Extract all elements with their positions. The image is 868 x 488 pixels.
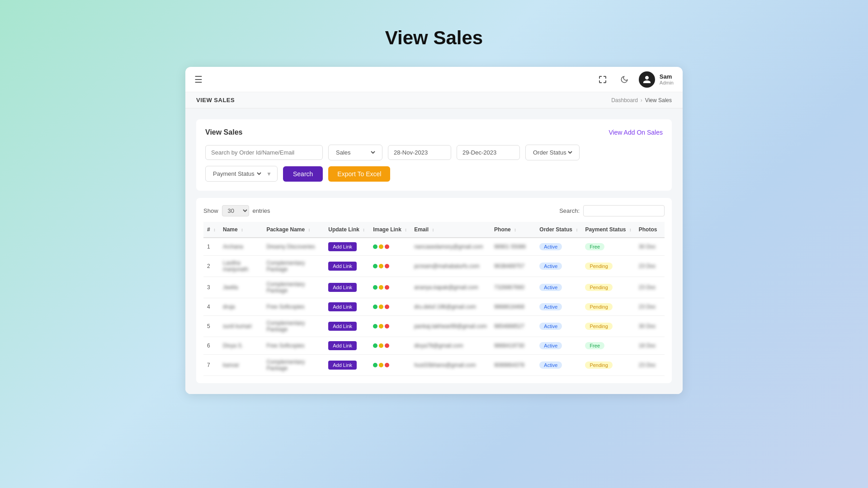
cell-update-link: Add Link (325, 238, 369, 256)
cell-num: 6 (203, 337, 219, 355)
sales-dropdown[interactable]: Sales All Online Offline (328, 145, 382, 160)
cell-image-link (369, 256, 410, 277)
hamburger-icon[interactable]: ☰ (194, 74, 203, 85)
order-status-badge: Active (539, 303, 562, 310)
cell-update-link: Add Link (325, 277, 369, 298)
add-link-button[interactable]: Add Link (328, 283, 357, 292)
cell-package: Free Softcopies (263, 337, 325, 355)
user-role: Admin (660, 80, 674, 85)
dot-red (385, 363, 389, 367)
topbar-right: Sam Admin (595, 71, 674, 88)
col-header-image-link: Image Link ↕ (369, 222, 410, 238)
cell-payment-status: Pending (581, 355, 635, 376)
cell-package: Complementary Package (263, 277, 325, 298)
content-area: View Sales View Add On Sales Sales All O… (185, 108, 683, 394)
search-button[interactable]: Search (283, 166, 323, 182)
sales-select[interactable]: Sales All Online Offline (334, 149, 377, 156)
status-dots (373, 244, 407, 249)
dot-red (385, 343, 389, 348)
table-row: 1 Archana Dreamy Discoveries Add Link na… (203, 238, 665, 256)
cell-image-link (369, 337, 410, 355)
payment-status-badge: Pending (585, 323, 612, 330)
date-to-input[interactable]: 29-Dec-2023 (457, 145, 520, 160)
user-menu[interactable]: Sam Admin (639, 71, 674, 88)
col-header-payment-status: Payment Status ↕ (581, 222, 635, 238)
date-to-value: 29-Dec-2023 (462, 149, 496, 156)
cell-photos: 23 Doc (635, 355, 665, 376)
filters-section: View Sales View Add On Sales Sales All O… (196, 119, 672, 191)
cell-order-status: Active (536, 298, 581, 316)
fullscreen-icon[interactable] (595, 72, 610, 87)
entries-select[interactable]: 10 25 30 50 100 (222, 205, 249, 216)
section-title: View Sales (205, 128, 242, 136)
cell-payment-status: Pending (581, 298, 635, 316)
section-header: View Sales View Add On Sales (205, 128, 663, 136)
order-status-badge: Active (539, 342, 562, 349)
cell-image-link (369, 238, 410, 256)
cell-num: 7 (203, 355, 219, 376)
cell-payment-status: Pending (581, 316, 635, 337)
order-status-select[interactable]: Order Status Active Inactive Pending (531, 149, 574, 156)
cell-update-link: Add Link (325, 256, 369, 277)
topbar: ☰ Sam Admin (185, 67, 683, 92)
page-title: View Sales (385, 27, 483, 49)
payment-status-badge: Pending (585, 361, 612, 369)
status-dots (373, 264, 407, 268)
add-link-button[interactable]: Add Link (328, 341, 357, 350)
filters-row2: Payment Status Paid Pending Unpaid ▼ Sea… (205, 166, 663, 182)
col-header-num: # ↕ (203, 222, 219, 238)
darkmode-icon[interactable] (617, 72, 632, 87)
add-link-button[interactable]: Add Link (328, 262, 357, 271)
cell-photos: 23 Doc (635, 298, 665, 316)
cell-phone: 98901 55086 (491, 238, 536, 256)
payment-status-badge: Free (585, 342, 604, 349)
add-link-button[interactable]: Add Link (328, 302, 357, 311)
cell-package: Complementary Package (263, 355, 325, 376)
dot-green (373, 324, 377, 328)
payment-status-badge: Pending (585, 284, 612, 291)
order-status-badge: Active (539, 361, 562, 369)
table-search-input[interactable] (583, 205, 665, 216)
cell-photos: 30 Doc (635, 316, 665, 337)
cell-phone: 7326867660 (491, 277, 536, 298)
cell-package: Dreamy Discoveries (263, 238, 325, 256)
dot-green (373, 244, 377, 249)
payment-status-select[interactable]: Payment Status Paid Pending Unpaid (211, 170, 263, 178)
dot-green (373, 363, 377, 367)
cell-photos: 23 Doc (635, 256, 665, 277)
cell-name: sunil kumari (219, 316, 263, 337)
breadcrumb-dashboard[interactable]: Dashboard (611, 97, 638, 103)
add-link-button[interactable]: Add Link (328, 242, 357, 251)
cell-num: 2 (203, 256, 219, 277)
breadcrumb-current: View Sales (645, 97, 672, 103)
chevron-down-icon: ▼ (266, 171, 272, 177)
show-label: Show (203, 207, 218, 214)
cell-update-link: Add Link (325, 337, 369, 355)
table-row: 7 kanvar Complementary Package Add Link … (203, 355, 665, 376)
cell-order-status: Active (536, 316, 581, 337)
status-dots (373, 363, 407, 367)
add-link-button[interactable]: Add Link (328, 322, 357, 331)
status-dots (373, 324, 407, 328)
cell-package: Free Softcopies (263, 298, 325, 316)
main-card: ☰ Sam Admin (185, 67, 683, 394)
dot-yellow (379, 244, 383, 249)
table-row: 2 Laxitha manjunath Complementary Packag… (203, 256, 665, 277)
status-dots (373, 343, 407, 348)
view-add-on-link[interactable]: View Add On Sales (609, 129, 663, 136)
search-label: Search: (559, 207, 580, 214)
breadcrumb-separator: › (641, 97, 642, 103)
export-button[interactable]: Export To Excel (328, 166, 390, 182)
show-entries: Show 10 25 30 50 100 entries (203, 205, 270, 216)
col-header-photos: Photos (635, 222, 665, 238)
add-link-button[interactable]: Add Link (328, 361, 357, 370)
order-search-input[interactable] (205, 145, 323, 160)
status-dots (373, 305, 407, 309)
cell-payment-status: Free (581, 337, 635, 355)
dot-red (385, 285, 389, 290)
payment-status-dropdown[interactable]: Payment Status Paid Pending Unpaid ▼ (205, 166, 278, 182)
date-from-input[interactable]: 28-Nov-2023 (388, 145, 451, 160)
table-header-row: # ↕ Name ↕ Package Name ↕ Update Link ↕ … (203, 222, 665, 238)
cell-order-status: Active (536, 277, 581, 298)
order-status-dropdown[interactable]: Order Status Active Inactive Pending (525, 145, 580, 160)
